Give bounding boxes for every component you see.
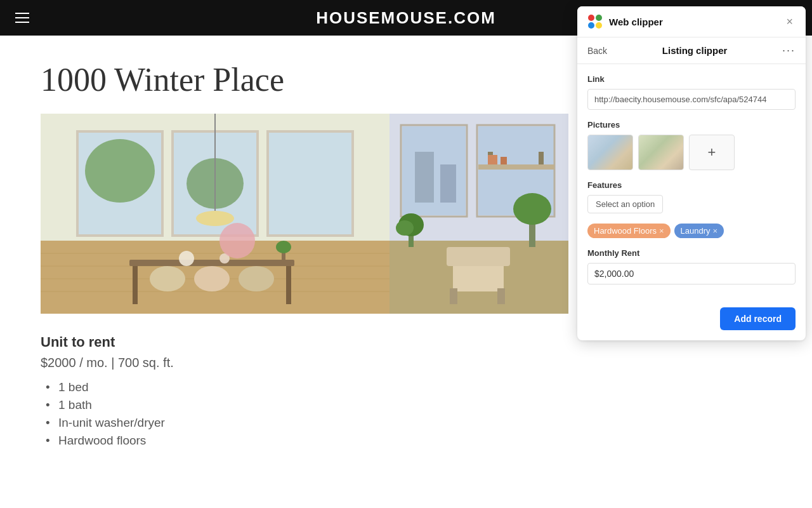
svg-point-37 [396,220,414,236]
svg-rect-48 [501,157,507,164]
features-tags-row: Hardwood Floors × Laundry × [587,224,796,238]
site-title: HOUSEMOUSE.COM [316,8,496,28]
svg-point-23 [276,241,291,253]
panel-footer: Add record [577,307,806,340]
pictures-section: Pictures + [587,120,796,170]
svg-rect-47 [488,155,497,164]
svg-rect-3 [269,133,351,234]
panel-title: Web clipper [609,17,663,27]
svg-rect-46 [539,152,544,164]
svg-point-18 [194,266,230,291]
listing-features-list: 1 bed 1 bath In-unit washer/dryer Hardwo… [41,380,771,448]
svg-point-39 [513,193,551,225]
tag-hardwood-floors-label: Hardwood Floors [594,226,657,236]
panel-header: Web clipper × [577,6,806,37]
tag-laundry: Laundry × [674,224,724,238]
list-item: 1 bed [41,380,771,394]
list-item: Hardwood floors [41,434,771,448]
link-field-group: Link [587,74,796,120]
features-select-button[interactable]: Select an option [587,195,663,213]
panel-nav-title: Listing clipper [662,45,728,56]
back-button[interactable]: Back [587,46,607,56]
panel-nav: Back Listing clipper ··· [577,37,806,64]
close-button[interactable]: × [783,16,796,27]
svg-rect-15 [133,266,138,304]
svg-point-53 [596,22,602,29]
monthly-rent-label: Monthly Rent [587,248,796,258]
listing-image-1 [41,114,390,314]
svg-point-52 [588,22,594,29]
pictures-label: Pictures [587,120,796,130]
hamburger-menu-button[interactable] [15,13,29,23]
monthly-rent-section: Monthly Rent [587,248,796,284]
more-options-button[interactable]: ··· [782,44,796,57]
svg-point-7 [85,139,155,203]
add-picture-button[interactable]: + [689,135,735,170]
listing-details: Unit to rent $2000 / mo. | 700 sq. ft. 1… [41,334,771,448]
svg-point-51 [596,15,602,21]
link-label: Link [587,74,796,84]
svg-point-19 [239,266,274,291]
tag-laundry-remove-button[interactable]: × [713,227,718,235]
panel-header-left: Web clipper [587,14,663,29]
svg-point-25 [196,211,234,226]
svg-point-17 [150,266,185,291]
svg-rect-44 [478,164,554,170]
svg-point-50 [588,15,594,21]
web-clipper-panel: Web clipper × Back Listing clipper ··· L… [577,6,806,340]
picture-thumb-2[interactable] [638,135,684,170]
thumb-image-1 [588,135,632,170]
svg-rect-33 [440,164,456,203]
svg-rect-41 [447,247,510,266]
monthly-rent-input[interactable] [587,263,796,284]
svg-rect-14 [129,260,294,266]
list-item: 1 bath [41,398,771,412]
picture-thumb-1[interactable] [587,135,633,170]
pictures-row: + [587,135,796,170]
svg-rect-42 [450,288,457,304]
svg-rect-43 [497,288,505,304]
listing-price: $2000 / mo. | 700 sq. ft. [41,356,771,370]
features-label: Features [587,180,796,190]
link-input[interactable] [587,89,796,110]
svg-rect-16 [286,266,291,304]
add-record-button[interactable]: Add record [720,307,796,330]
features-section: Features Select an option Hardwood Floor… [587,180,796,238]
thumb-image-2 [639,135,683,170]
svg-rect-32 [415,152,434,203]
svg-point-20 [179,251,194,266]
tag-hardwood-floors-remove-button[interactable]: × [659,227,664,235]
tag-laundry-label: Laundry [681,226,710,236]
list-item: In-unit washer/dryer [41,416,771,430]
panel-body: Link Pictures + Features Select an optio… [577,64,806,307]
svg-point-26 [219,223,255,258]
tag-hardwood-floors: Hardwood Floors × [587,224,671,238]
listing-image-2 [390,114,568,314]
notion-logo-icon [587,14,603,29]
